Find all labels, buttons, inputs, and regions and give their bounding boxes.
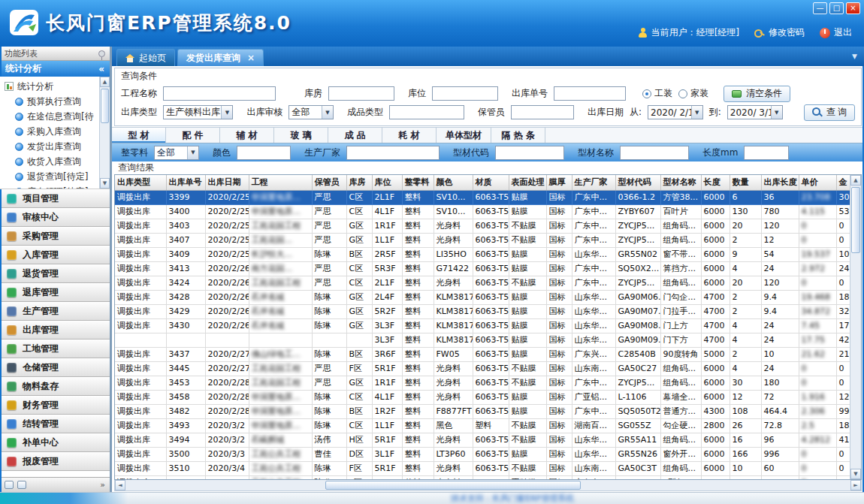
cell-location[interactable]: 5R1F [372,433,402,447]
cell-color[interactable]: KLM3817 [434,290,473,304]
tree-item[interactable]: 收货入库查询 [5,154,99,169]
cell-material[interactable]: 6063-T5 [473,361,509,376]
cell-qty[interactable]: 16 [730,433,761,447]
cell-qty[interactable]: 4 [730,261,761,276]
scrollbar-thumb[interactable] [325,481,581,490]
cell-order-no[interactable]: 3445 [166,361,205,376]
cell-profile-code[interactable]: GA90M06... [615,290,660,304]
cell-date[interactable]: 2020/2/26 [205,318,249,333]
cell-whole-part[interactable]: 整料 [402,247,434,261]
close-button[interactable]: × [846,2,860,14]
table-row[interactable]: 调拨出库34242020/2/26工苑花园工程严思C区2L1F整料光身料6063… [115,276,850,290]
cell-order-no[interactable]: 3399 [166,190,205,204]
cell-color[interactable]: SV10... [434,204,473,219]
column-header-project[interactable]: 工程 [249,175,312,190]
cell-profile-name[interactable]: 百叶片 [660,204,701,219]
cell-out-length[interactable]: 60 [761,475,799,479]
cell-whole-part[interactable]: 整料 [402,219,434,233]
cell-project[interactable]: 长沙恒大... [249,247,312,261]
cell-film[interactable]: 国标 [546,261,572,276]
cell-color[interactable]: KLM3817 [434,304,473,318]
cell-material[interactable]: 6063-T5 [473,290,509,304]
cell-profile-name[interactable]: 组角码... [660,461,701,475]
cell-color[interactable]: 光身料 [434,233,473,247]
cell-color[interactable]: KLM3817 [434,333,473,347]
table-row[interactable]: 调拨出库34302020/2/26石岸名城陈琳G区3L3F整料KLM381760… [115,318,850,333]
cell-out-length[interactable]: 9.4 [761,304,799,318]
cell-whole-part[interactable]: 整料 [402,404,434,418]
cell-location[interactable]: 1R1F [372,376,402,390]
cell-type[interactable]: 调拨出库 [115,219,166,233]
cell-type[interactable]: 调拨出库 [115,190,166,204]
profile-code-input[interactable] [495,146,564,160]
column-header-qty[interactable]: 数量 [730,175,761,190]
cell-type[interactable]: 调拨出库 [115,433,166,447]
sidebar-menu-item[interactable]: 结转管理 [0,415,110,433]
cell-project[interactable]: 华润置地原... [249,390,312,404]
column-header-profile-name[interactable]: 型材名称 [660,175,701,190]
cell-date[interactable]: 2020/2/25 [205,204,249,219]
cell-warehouse[interactable]: G区 [346,376,372,390]
cell-maker[interactable]: 山东华... [572,304,615,318]
table-row[interactable]: 3L3F整料KLM38176063-T5贴膜国标山东华...GA90M09...… [115,333,850,347]
sidebar-menu-item[interactable]: 工地管理 [0,340,110,358]
cell-qty[interactable]: 30 [730,376,761,390]
column-header-type[interactable]: 出库类型 [115,175,166,190]
cell-project[interactable]: 工苑花园工程 [249,361,312,376]
cell-profile-name[interactable]: 箅挡方... [660,261,701,276]
cell-keeper[interactable]: 陈琳 [312,418,346,433]
column-header-maker[interactable]: 生产厂家 [572,175,615,190]
grid-horizontal-scrollbar[interactable]: ◄ ► [114,480,862,491]
cell-date[interactable]: 2020/2/28 [205,376,249,390]
cell-length[interactable]: 6000 [701,376,730,390]
chevron-down-icon[interactable]: ▼ [187,146,198,159]
cell-qty[interactable]: 12 [730,390,761,404]
cell-profile-name[interactable]: 组角码... [660,219,701,233]
material-tab[interactable]: 型 材 [112,128,166,143]
cell-price[interactable]: 0 [799,475,836,479]
chevron-down-icon[interactable]: ▼ [221,106,232,119]
cell-date[interactable]: 2020/2/26 [205,261,249,276]
cell-profile-code[interactable]: L-1106 [615,390,660,404]
cell-qty[interactable]: 20 [730,219,761,233]
cell-qty[interactable]: 4 [730,333,761,347]
maximize-button[interactable]: □ [829,2,844,14]
cell-order-no[interactable]: 3512 [166,475,205,479]
cell-surface[interactable]: 不贴膜 [509,461,546,475]
cell-material[interactable]: 6063-T5 [473,404,509,418]
cell-material[interactable]: 6063-T5 [473,261,509,276]
cell-price[interactable]: 0 [799,233,836,247]
cell-date[interactable]: 2020/2/26 [205,290,249,304]
cell-maker[interactable]: 广东中... [572,219,615,233]
cell-amount[interactable]: 216 [836,347,850,361]
cell-warehouse[interactable] [346,333,372,347]
cell-keeper[interactable]: 严思 [312,376,346,390]
cell-warehouse[interactable]: G区 [346,318,372,333]
cell-date[interactable]: 2020/3/2 [205,418,249,433]
cell-color[interactable]: SV10... [434,190,473,204]
outbound-order-no-input[interactable] [554,86,626,101]
cell-maker[interactable]: 山东华... [572,333,615,347]
cell-warehouse[interactable]: G区 [346,219,372,233]
cell-surface[interactable]: 贴膜 [509,390,546,404]
cell-keeper[interactable]: 曹佳 [312,447,346,461]
cell-profile-code[interactable]: GA50C3T [615,461,660,475]
cell-out-length[interactable]: 60 [761,461,799,475]
cell-type[interactable]: 调拨出库 [115,404,166,418]
cell-profile-code[interactable]: SQ50X2... [615,261,660,276]
cell-order-no[interactable]: 3494 [166,433,205,447]
cell-warehouse[interactable]: B区 [346,247,372,261]
cell-keeper[interactable]: 陈琳 [312,290,346,304]
cell-film[interactable]: 国标 [546,190,572,204]
cell-material[interactable]: 6063-T5 [473,276,509,290]
cell-warehouse[interactable]: B区 [346,347,372,361]
cell-surface[interactable]: 不贴膜 [509,433,546,447]
cell-material[interactable]: 6063-T5 [473,333,509,347]
cell-location[interactable]: 5R1F [372,361,402,376]
cell-length[interactable]: 6000 [701,219,730,233]
cell-amount[interactable]: 308 [836,190,850,204]
cell-maker[interactable]: 山东华... [572,318,615,333]
cell-whole-part[interactable]: 整料 [402,204,434,219]
cell-out-length[interactable]: 24 [761,318,799,333]
cell-price[interactable]: 0 [799,447,836,461]
